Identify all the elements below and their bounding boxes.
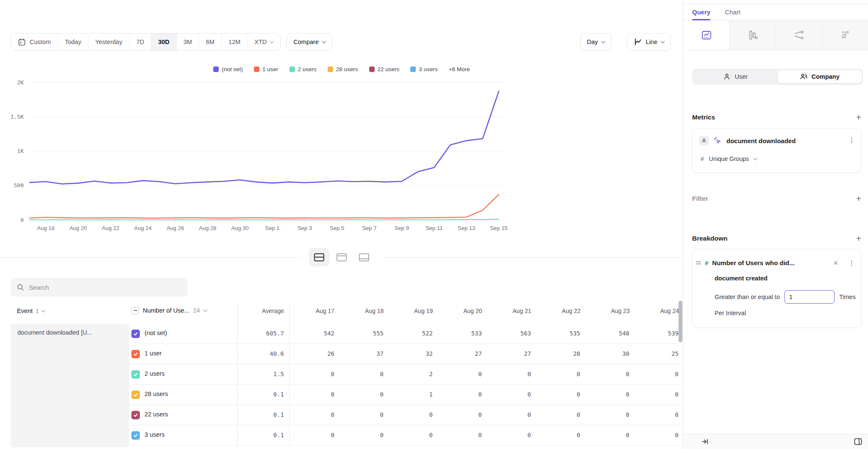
value-cell: 0 — [388, 411, 437, 418]
per-interval-label[interactable]: Per Interval — [715, 310, 746, 316]
legend-item[interactable]: 3 users — [410, 66, 437, 72]
svg-text:Sep 11: Sep 11 — [426, 225, 442, 231]
value-cell: 0 — [535, 411, 584, 418]
compare-button[interactable]: Compare — [287, 33, 332, 51]
chart-type-bar-button[interactable] — [730, 20, 776, 50]
range-6m[interactable]: 6M — [199, 33, 222, 50]
breakdown-card[interactable]: # Number of Users who did... × ⋮ documen… — [692, 249, 861, 328]
range-xtd[interactable]: XTD — [248, 33, 280, 50]
date-column-header: Aug 21 — [487, 308, 536, 314]
close-icon[interactable]: × — [833, 259, 838, 267]
search-input[interactable] — [29, 284, 182, 291]
interval-button[interactable]: Day — [580, 33, 612, 51]
value-cell: 27 — [437, 350, 486, 357]
layout-chart-only-button[interactable] — [331, 248, 352, 266]
metric-card[interactable]: A document downloaded ⋮ # Unique Groups — [692, 128, 861, 173]
chart-type-line-button[interactable] — [684, 20, 730, 50]
date-column-header: Aug 22 — [536, 308, 585, 314]
legend-more-button[interactable]: +6 More — [449, 66, 470, 72]
metric-row: A document downloaded — [699, 136, 796, 145]
range-yesterday[interactable]: Yesterday — [89, 33, 130, 50]
range-30d[interactable]: 30D — [151, 33, 177, 50]
group-label: Number of Use... — [143, 307, 189, 314]
add-breakdown-button[interactable]: + — [856, 234, 861, 243]
bottom-panel-icon — [359, 253, 369, 261]
series-checkbox[interactable] — [131, 411, 140, 419]
legend-item[interactable]: 2 users — [289, 66, 317, 72]
value-cell: 0 — [289, 432, 339, 438]
group-count: 24 — [193, 307, 200, 314]
range-label: 6M — [206, 39, 214, 45]
breakdown-title: Breakdown — [692, 235, 728, 242]
breakdown-event-name[interactable]: document created — [715, 275, 768, 282]
layout-table-only-button[interactable] — [354, 248, 374, 266]
range-today[interactable]: Today — [58, 33, 89, 50]
collapse-panel-icon[interactable] — [701, 438, 709, 445]
layout-split-button[interactable] — [309, 248, 329, 266]
svg-text:2K: 2K — [17, 79, 24, 86]
audience-user-segment[interactable]: User — [693, 70, 778, 83]
value-cell: 0 — [486, 411, 535, 418]
range-7d[interactable]: 7D — [130, 33, 152, 50]
hash-icon: # — [701, 155, 704, 162]
series-checkbox[interactable] — [131, 370, 140, 379]
range-3m[interactable]: 3M — [177, 33, 199, 50]
metric-menu-icon[interactable]: ⋮ — [849, 137, 855, 143]
value-cell: 37 — [339, 350, 388, 357]
legend-item[interactable]: (not set) — [213, 66, 243, 72]
vertical-scrollbar[interactable] — [679, 301, 682, 342]
svg-text:Sep 13: Sep 13 — [458, 225, 475, 231]
legend-item[interactable]: 28 users — [328, 66, 358, 72]
chart-type-strip — [684, 20, 868, 50]
range-custom[interactable]: Custom — [11, 33, 58, 50]
chart-type-button[interactable]: Line — [627, 33, 671, 51]
series-checkbox[interactable] — [131, 391, 140, 399]
add-filter-button[interactable]: + — [856, 194, 861, 203]
event-column-header[interactable]: Event 1 — [17, 308, 45, 314]
metrics-section-header: Metrics + — [692, 113, 861, 122]
legend-item[interactable]: 1 user — [254, 66, 278, 72]
value-cell: 0 — [289, 411, 339, 418]
tab-chart[interactable]: Chart — [725, 4, 740, 20]
chart-type-scatter-button[interactable] — [822, 20, 868, 50]
event-name-cell[interactable]: document downloaded [U... — [11, 324, 129, 447]
range-12m[interactable]: 12M — [222, 33, 248, 50]
flow-chart-icon — [793, 30, 804, 41]
chevron-down-icon — [754, 156, 758, 160]
add-metric-button[interactable]: + — [856, 113, 861, 122]
date-column-header: Aug 24 — [634, 308, 683, 314]
toggle-sidebar-icon[interactable] — [854, 438, 862, 445]
audience-toggle: User Company — [692, 69, 863, 85]
audience-company-segment[interactable]: Company — [778, 70, 862, 83]
split-view-icon — [314, 253, 324, 261]
date-column-header: Aug 18 — [339, 308, 388, 314]
svg-text:Aug 28: Aug 28 — [199, 225, 216, 231]
event-count: 1 — [36, 308, 39, 314]
value-cell: 0 — [584, 432, 634, 438]
series-checkbox[interactable] — [131, 350, 140, 358]
tab-query[interactable]: Query — [692, 4, 710, 20]
drag-handle-icon[interactable] — [696, 261, 701, 264]
chart-type-flow-button[interactable] — [776, 20, 822, 50]
series-checkbox[interactable] — [131, 431, 140, 440]
chart-type-label: Line — [646, 39, 657, 45]
select-all-checkbox[interactable] — [131, 307, 139, 314]
table-rows: (not set)605.75425555225335635355485391 … — [129, 324, 683, 446]
date-column-header: Aug 19 — [388, 308, 437, 314]
metric-event-name: document downloaded — [726, 137, 796, 144]
condition-value-input[interactable] — [785, 290, 835, 304]
condition-label[interactable]: Greater than or equal to — [715, 294, 780, 300]
metric-aggregation[interactable]: # Unique Groups — [701, 155, 757, 162]
series-checkbox[interactable] — [131, 330, 140, 338]
panel-tabs: Query Chart — [684, 3, 868, 20]
search-box[interactable] — [11, 278, 188, 297]
legend-swatch — [289, 67, 295, 72]
magic-event-icon — [713, 136, 722, 145]
series-label: 3 users — [145, 431, 165, 438]
legend-item[interactable]: 22 users — [369, 66, 400, 72]
legend-label: 22 users — [378, 66, 400, 72]
breakdown-card-header: # Number of Users who did... × ⋮ — [696, 259, 855, 267]
breakdown-menu-icon[interactable]: ⋮ — [849, 260, 855, 266]
company-label: Company — [812, 73, 840, 80]
group-column-header[interactable]: Number of Use... 24 — [131, 307, 207, 314]
